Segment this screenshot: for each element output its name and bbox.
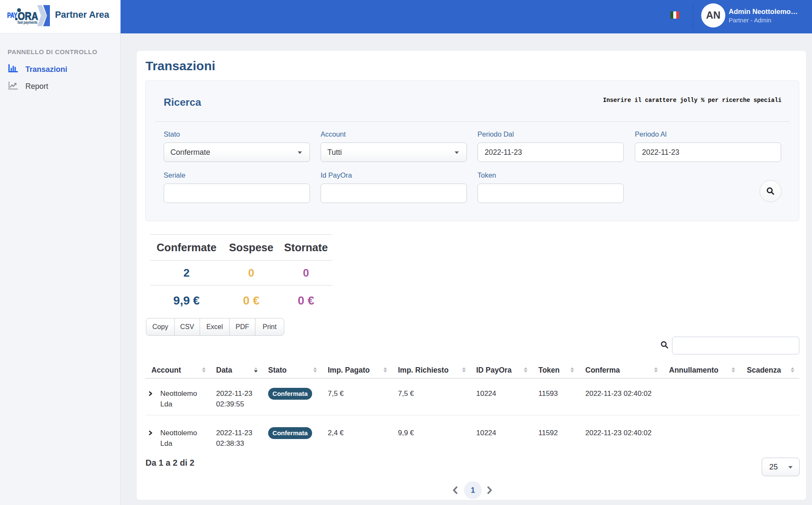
svg-text:PAY: PAY — [7, 12, 17, 19]
svg-text:fast payments: fast payments — [18, 20, 38, 25]
